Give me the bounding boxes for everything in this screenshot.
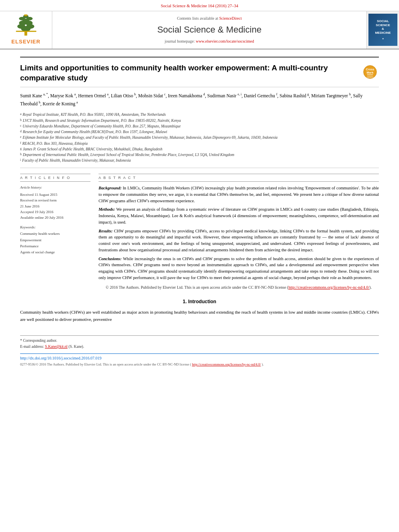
background-text: In LMICs, Community Health Workers (CHW)…	[99, 186, 379, 203]
abstract-copyright: © 2016 The Authors. Published by Elsevie…	[99, 284, 379, 290]
journal-cover-thumbnail: SOCIALSCIENCE&MEDICINE ●	[367, 11, 399, 49]
journal-header: ELSEVIER Contents lists available at Sci…	[0, 11, 399, 49]
abstract-methods: Methods: We present an analysis of findi…	[99, 206, 379, 225]
cc-license-link[interactable]: http://creativecommons.org/licenses/by-n…	[288, 285, 369, 290]
intro-body: Community health workers (CHWs) are well…	[20, 309, 379, 323]
article-title-section: Limits and opportunities to community he…	[20, 57, 379, 87]
article-info-header: A R T I C L E I N F O	[20, 174, 90, 182]
svg-rect-11	[16, 31, 36, 32]
crossmark-badge: Cross Mark updates	[363, 65, 379, 81]
affil-f: f REACH, P.O. Box 303, Hawassa, Ethiopia	[20, 141, 379, 146]
revised-date: 21 June 2016	[20, 203, 90, 209]
introduction-section: 1. Introduction Community health workers…	[20, 298, 379, 323]
affiliations-section: a Royal Tropical Institute, KIT Health, …	[20, 112, 379, 168]
bottom-bar: http://dx.doi.org/10.1016/j.socscimed.20…	[20, 353, 379, 367]
authors-section: Sumit Kane a, *, Maryse Kok a, Hermen Or…	[20, 92, 379, 108]
journal-reference-bar: Social Science & Medicine 164 (2016) 27–…	[0, 0, 399, 11]
received-date: Received 11 August 2015	[20, 192, 90, 197]
abstract-results: Results: CHW programs empower CHWs by pr…	[99, 228, 379, 253]
elsevier-brand-name: ELSEVIER	[11, 38, 40, 45]
svg-rect-0	[24, 31, 27, 35]
keyword-1: Community health workers	[20, 231, 90, 237]
contents-available-text: Contents lists available at ScienceDirec…	[177, 16, 242, 21]
keyword-2: Empowerment	[20, 237, 90, 243]
affil-e: e Eijkman Institute for Molecular Biolog…	[20, 135, 379, 140]
journal-title-section: Contents lists available at ScienceDirec…	[52, 11, 367, 49]
journal-reference: Social Science & Medicine 164 (2016) 27–…	[161, 4, 238, 8]
abstract-conclusions: Conclusions: While increasingly the onus…	[99, 256, 379, 281]
abstract-text: Background: In LMICs, Community Health W…	[99, 185, 379, 290]
conclusions-text: While increasingly the onus is on CHWs a…	[99, 257, 379, 280]
abstract-header: A B S T R A C T	[99, 174, 379, 182]
abstract-column: A B S T R A C T Background: In LMICs, Co…	[99, 174, 379, 290]
elsevier-logo-section: ELSEVIER	[0, 11, 52, 49]
article-history-label: Article history:	[20, 185, 90, 190]
background-label: Background:	[99, 186, 123, 190]
available-online: Available online 20 July 2016	[20, 215, 90, 220]
affil-h: h Department of International Public Hea…	[20, 152, 379, 158]
footnotes-area: * Corresponding author. E-mail address: …	[20, 335, 379, 350]
conclusions-label: Conclusions:	[99, 257, 123, 261]
keywords-label: Keywords:	[20, 225, 90, 230]
results-text: CHW programs empower CHWs by providing C…	[99, 229, 379, 252]
abstract-background: Background: In LMICs, Community Health W…	[99, 185, 379, 204]
corresponding-author-note: * Corresponding author.	[20, 338, 379, 343]
footer-cc-link[interactable]: http://creativecommons.org/licenses/by-n…	[192, 362, 261, 366]
keyword-3: Performance	[20, 243, 90, 249]
sciencedirect-link[interactable]: ScienceDirect	[219, 16, 242, 21]
methods-text: We present an analysis of findings from …	[99, 207, 379, 224]
accepted-date: Accepted 19 July 2016	[20, 209, 90, 215]
affil-i: i Faculty of Public Health, Hasanuddin U…	[20, 158, 379, 163]
cover-image: SOCIALSCIENCE&MEDICINE ●	[368, 14, 397, 46]
results-label: Results:	[99, 229, 114, 233]
affil-g: g James P. Grant School of Public Health…	[20, 146, 379, 152]
info-abstract-columns: A R T I C L E I N F O Article history: R…	[20, 174, 379, 290]
journal-homepage-text: journal homepage: www.elsevier.com/locat…	[165, 39, 254, 44]
journal-main-title: Social Science & Medicine	[157, 24, 261, 36]
keyword-4: Agents of social change	[20, 249, 90, 255]
svg-text:updates: updates	[367, 76, 374, 78]
author-email-link[interactable]: S.Kane@kit.nl	[45, 345, 68, 349]
footer-copyright: 0277-9536/© 2016 The Authors. Published …	[20, 362, 379, 367]
methods-label: Methods:	[99, 207, 116, 212]
crossmark-icon: Cross Mark updates	[363, 65, 377, 79]
affil-c: c University Eduardo Mondlane, Departmen…	[20, 123, 379, 129]
journal-homepage-link[interactable]: www.elsevier.com/locate/socscimed	[196, 39, 254, 43]
elsevier-tree-icon	[8, 14, 44, 37]
intro-section-title: 1. Introduction	[20, 298, 379, 305]
main-content: Limits and opportunities to community he…	[0, 49, 399, 375]
affil-a: a Royal Tropical Institute, KIT Health, …	[20, 112, 379, 117]
affil-d: d Research for Equity and Community Heal…	[20, 129, 379, 135]
doi-link[interactable]: http://dx.doi.org/10.1016/j.socscimed.20…	[20, 355, 379, 361]
affil-b: b LVCT Health, Research and Strategic In…	[20, 118, 379, 123]
article-info-column: A R T I C L E I N F O Article history: R…	[20, 174, 90, 290]
email-footnote: E-mail address: S.Kane@kit.nl (S. Kane).	[20, 344, 379, 349]
svg-text:Mark: Mark	[367, 70, 374, 74]
received-revised-label: Received in revised form	[20, 197, 90, 203]
article-title: Limits and opportunities to community he…	[20, 63, 363, 83]
